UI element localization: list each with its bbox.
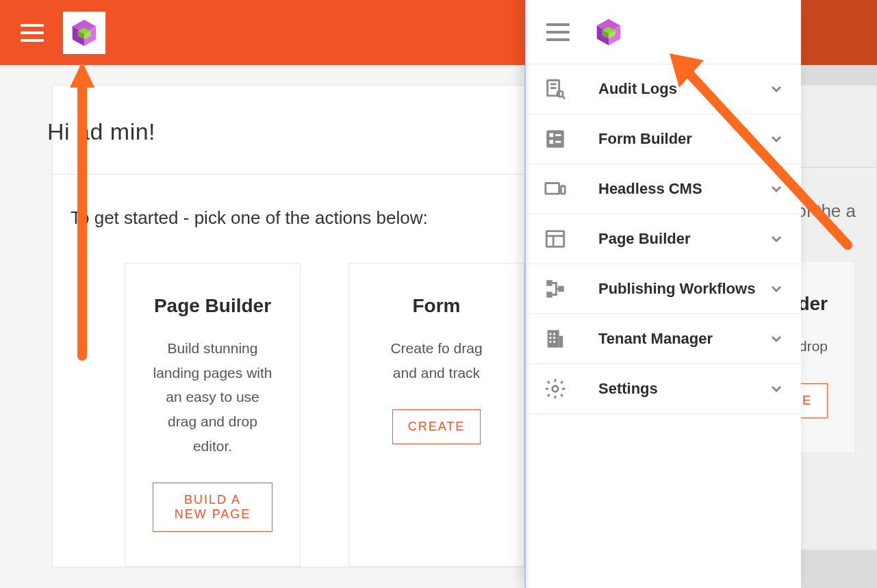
menu-item-page-builder[interactable]: Page Builder bbox=[526, 214, 801, 264]
action-cards-row: Page Builder Build stunning landing page… bbox=[53, 263, 524, 567]
chevron-down-icon bbox=[768, 81, 785, 97]
topbar bbox=[0, 0, 525, 65]
menu-item-settings[interactable]: Settings bbox=[526, 364, 801, 414]
chevron-down-icon bbox=[768, 181, 785, 197]
chevron-down-icon bbox=[768, 281, 785, 297]
svg-rect-20 bbox=[550, 133, 554, 138]
menu-item-tenant-manager[interactable]: Tenant Manager bbox=[526, 314, 801, 364]
menu-label: Publishing Workflows bbox=[598, 280, 768, 298]
form-builder-card: Form Create fo drag and and track CREATE bbox=[348, 263, 524, 567]
chevron-down-icon bbox=[768, 381, 785, 397]
svg-point-40 bbox=[552, 386, 559, 392]
main-view-closed: Hi ad min! To get started - pick one of … bbox=[0, 0, 525, 588]
headless-cms-icon bbox=[544, 177, 567, 201]
menu-label: Audit Logs bbox=[598, 80, 768, 98]
build-new-page-button[interactable]: BUILD A NEW PAGE bbox=[153, 483, 272, 532]
card-title: Form bbox=[377, 295, 496, 317]
page-builder-card: Page Builder Build stunning landing page… bbox=[125, 263, 301, 567]
svg-rect-25 bbox=[561, 186, 565, 194]
menu-item-audit-logs[interactable]: Audit Logs bbox=[526, 64, 801, 114]
chevron-down-icon bbox=[768, 131, 785, 147]
greeting-heading: Hi ad min! bbox=[53, 86, 524, 175]
menu-toggle[interactable] bbox=[21, 24, 44, 42]
sidebar-header bbox=[526, 0, 801, 64]
settings-icon bbox=[544, 377, 567, 400]
svg-rect-24 bbox=[546, 183, 559, 194]
menu-toggle[interactable] bbox=[546, 23, 570, 41]
svg-rect-35 bbox=[553, 333, 555, 335]
svg-rect-22 bbox=[550, 140, 554, 144]
menu-label: Page Builder bbox=[598, 230, 768, 248]
menu-item-publishing-workflows[interactable]: Publishing Workflows bbox=[526, 264, 801, 314]
main-menu: Audit Logs Form Builder Headless CMS bbox=[526, 64, 801, 414]
chevron-down-icon bbox=[768, 331, 785, 347]
audit-logs-icon bbox=[544, 77, 567, 101]
svg-rect-23 bbox=[555, 141, 561, 143]
form-builder-icon bbox=[544, 127, 567, 151]
card-title: Page Builder bbox=[153, 295, 272, 317]
svg-line-18 bbox=[562, 96, 565, 99]
menu-label: Tenant Manager bbox=[598, 330, 768, 348]
svg-rect-31 bbox=[546, 292, 552, 298]
workflows-icon bbox=[544, 277, 567, 301]
welcome-card: Hi ad min! To get started - pick one of … bbox=[52, 85, 525, 567]
svg-rect-36 bbox=[550, 337, 552, 339]
card-desc: Create fo drag and and track bbox=[377, 336, 496, 385]
menu-label: Settings bbox=[598, 380, 768, 398]
svg-rect-38 bbox=[550, 341, 552, 343]
page-builder-icon bbox=[544, 227, 567, 251]
svg-rect-19 bbox=[546, 130, 564, 148]
menu-item-form-builder[interactable]: Form Builder bbox=[526, 114, 801, 164]
webiny-logo-icon bbox=[593, 16, 624, 48]
create-form-button[interactable]: CREATE bbox=[392, 409, 481, 444]
svg-rect-39 bbox=[553, 341, 555, 343]
svg-rect-34 bbox=[550, 333, 552, 335]
chevron-down-icon bbox=[768, 231, 785, 247]
svg-rect-30 bbox=[558, 286, 564, 292]
app-logo[interactable] bbox=[63, 12, 105, 54]
instructions-text: To get started - pick one of the actions… bbox=[36, 175, 524, 263]
svg-rect-37 bbox=[553, 337, 555, 339]
main-menu-sidebar: Audit Logs Form Builder Headless CMS bbox=[525, 0, 801, 588]
svg-rect-21 bbox=[555, 134, 561, 136]
svg-rect-33 bbox=[559, 336, 563, 348]
svg-rect-29 bbox=[546, 280, 552, 286]
menu-label: Headless CMS bbox=[598, 180, 768, 198]
webiny-logo-icon bbox=[68, 17, 100, 49]
menu-label: Form Builder bbox=[598, 130, 768, 148]
menu-item-headless-cms[interactable]: Headless CMS bbox=[526, 164, 801, 214]
card-desc: Build stunning landing pages with an eas… bbox=[153, 336, 272, 458]
tenant-manager-icon bbox=[544, 327, 567, 350]
svg-rect-26 bbox=[546, 231, 564, 247]
